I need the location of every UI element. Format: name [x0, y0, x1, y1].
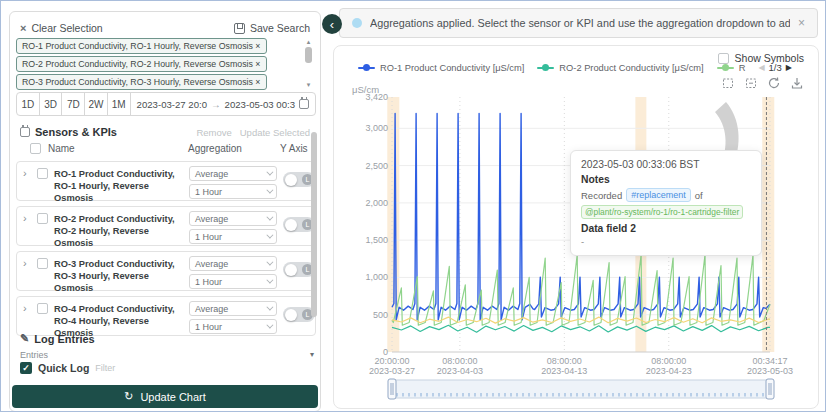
y-tick-label: 1,500 — [365, 235, 388, 245]
check-icon: ✓ — [22, 363, 30, 373]
sidebar-collapse-button[interactable]: ‹ — [322, 14, 342, 34]
x-tick-label: 08:00:002023-04-03 — [437, 356, 483, 376]
sensors-kpis-header: Sensors & KPIs Remove Update Selected — [20, 126, 310, 138]
banner-close-icon[interactable]: × — [798, 16, 805, 30]
interval-select[interactable]: 1 Hour — [189, 229, 277, 244]
range-slider-handle-left[interactable] — [388, 379, 396, 399]
banner-message: Aggregations applied. Select the sensor … — [370, 17, 790, 29]
selected-chips-list: RO-1 Product Conductivity, RO-1 Hourly, … — [16, 38, 302, 92]
restore-icon[interactable] — [767, 76, 781, 90]
hashtag-chip[interactable]: #replacement — [626, 188, 691, 202]
interval-select[interactable]: 1 Hour — [189, 274, 277, 289]
selection-chip[interactable]: RO-2 Product Conductivity, RO-2 Hourly, … — [16, 56, 267, 72]
aggregation-select[interactable]: Average — [189, 211, 277, 226]
zoom-reset-icon[interactable] — [744, 76, 758, 90]
tooltip-timestamp: 2023-05-03 00:33:06 BST — [581, 159, 751, 170]
update-chart-button[interactable]: ↻ Update Chart — [12, 385, 318, 408]
expand-caret-icon[interactable]: › — [23, 302, 27, 314]
range-button-3d[interactable]: 3D — [40, 93, 63, 115]
clear-icon: × — [20, 22, 26, 34]
legend-next-icon[interactable]: ▶ — [786, 63, 792, 72]
save-icon — [234, 23, 245, 34]
log-entries-header: ✎ Log Entries — [20, 332, 95, 345]
tooltip-field-value: - — [581, 236, 751, 247]
quick-log-label: Quick Log — [38, 362, 89, 374]
sidebar-scroll-down-icon[interactable]: ▾ — [310, 350, 314, 359]
clear-selection-button[interactable]: × Clear Selection — [20, 22, 103, 34]
y-axis-unit: μS/cm — [352, 84, 379, 95]
sensor-checkbox[interactable] — [37, 303, 48, 314]
legend-page-indicator: 1/3 — [769, 62, 782, 73]
select-all-checkbox[interactable] — [30, 143, 41, 154]
time-range-row: 1D 3D 7D 2W 1M 2023-03-27 20:0 → 2023-05… — [16, 92, 316, 116]
date-to: 2023-05-03 00:3 — [225, 99, 295, 110]
selection-chip[interactable]: RO-1 Product Conductivity, RO-1 Hourly, … — [16, 38, 267, 54]
update-selected-link[interactable]: Update Selected — [240, 127, 310, 138]
selection-chip[interactable]: RO-3 Product Conductivity, RO-3 Hourly, … — [16, 74, 267, 90]
expand-caret-icon[interactable]: › — [23, 212, 27, 224]
range-button-2w[interactable]: 2W — [85, 93, 108, 115]
remove-link[interactable]: Remove — [196, 127, 231, 138]
quick-log-row: ✓ Quick Log Filter — [20, 362, 115, 374]
save-search-label: Save Search — [250, 22, 310, 34]
chevron-down-icon — [266, 259, 273, 266]
scroll-down-icon[interactable]: ▾ — [307, 81, 311, 88]
chip-close-icon[interactable]: × — [255, 41, 260, 51]
clear-selection-label: Clear Selection — [31, 22, 102, 34]
aggregation-select[interactable]: Average — [189, 301, 277, 316]
event-band[interactable] — [762, 97, 774, 352]
chart-toolbox — [721, 76, 804, 90]
collapse-chevron-icon: ‹ — [330, 17, 334, 32]
legend-dot — [722, 64, 729, 71]
log-entry-tooltip: 2023-05-03 00:33:06 BST Notes Recorded #… — [570, 150, 762, 256]
pencil-icon: ✎ — [20, 332, 29, 345]
y-tick-label: 2,000 — [365, 198, 388, 208]
aggregation-select[interactable]: Average — [189, 166, 277, 181]
legend-item-ro-1[interactable]: RO-1 Product Conductivity [μS/cm] — [358, 63, 524, 73]
x-tick-label: 20:00:002023-03-27 — [369, 356, 415, 376]
interval-select[interactable]: 1 Hour — [189, 319, 277, 334]
chevron-down-icon — [266, 232, 273, 239]
expand-caret-icon[interactable]: › — [23, 167, 27, 179]
sensor-row-ro-4: › RO-4 Product Conductivity, RO-4 Hourly… — [16, 296, 316, 336]
range-slider-track[interactable] — [392, 380, 770, 398]
date-range-input[interactable]: 2023-03-27 20:0 → 2023-05-03 00:3 — [131, 93, 315, 115]
chips-scroll-thumb[interactable] — [305, 47, 312, 63]
aggregation-banner: Aggregations applied. Select the sensor … — [339, 8, 818, 38]
legend-prev-icon[interactable]: ◀ — [758, 63, 764, 72]
sensor-checkbox[interactable] — [37, 213, 48, 224]
range-button-1m[interactable]: 1M — [108, 93, 131, 115]
chevron-down-icon — [266, 187, 273, 194]
scroll-up-icon[interactable]: ▴ — [307, 38, 311, 45]
legend-pagination: ◀ 1/3 ▶ — [758, 62, 792, 73]
y-axis-column-header: Y Axis — [280, 143, 308, 154]
download-icon[interactable] — [790, 76, 804, 90]
sensor-checkbox[interactable] — [37, 168, 48, 179]
sidebar-scroll-thumb[interactable] — [311, 132, 317, 317]
legend-item-ro-2[interactable]: RO-2 Product Conductivity [μS/cm] — [537, 63, 703, 73]
chip-close-icon[interactable]: × — [255, 77, 260, 87]
refresh-icon: ↻ — [124, 390, 133, 403]
sensor-checkbox[interactable] — [37, 258, 48, 269]
chip-close-icon[interactable]: × — [255, 59, 260, 69]
legend-item-ro-3[interactable]: R — [717, 63, 746, 73]
interval-select[interactable]: 1 Hour — [189, 184, 277, 199]
save-search-button[interactable]: Save Search — [234, 22, 310, 34]
x-tick-label: 08:00:002023-04-13 — [541, 356, 587, 376]
aggregation-select[interactable]: Average — [189, 256, 277, 271]
asset-chip[interactable]: @plant/ro-system/ro-1/ro-1-cartridge-fil… — [581, 205, 743, 219]
y-tick-label: 3,000 — [365, 123, 388, 133]
chips-scrollbar[interactable]: ▴ ▾ — [304, 38, 313, 88]
calendar-icon — [299, 99, 309, 109]
x-tick-label: 08:00:002023-04-23 — [646, 356, 692, 376]
zoom-select-icon[interactable] — [721, 76, 735, 90]
sidebar-header: × Clear Selection Save Search — [20, 20, 310, 36]
quick-log-checkbox[interactable]: ✓ — [20, 362, 32, 374]
filter-label: Filter — [95, 363, 115, 373]
sensors-kpis-icon — [20, 127, 30, 137]
range-button-7d[interactable]: 7D — [62, 93, 85, 115]
update-chart-label: Update Chart — [140, 391, 205, 403]
range-button-1d[interactable]: 1D — [17, 93, 40, 115]
expand-caret-icon[interactable]: › — [23, 257, 27, 269]
range-slider-handle-right[interactable] — [766, 379, 774, 399]
